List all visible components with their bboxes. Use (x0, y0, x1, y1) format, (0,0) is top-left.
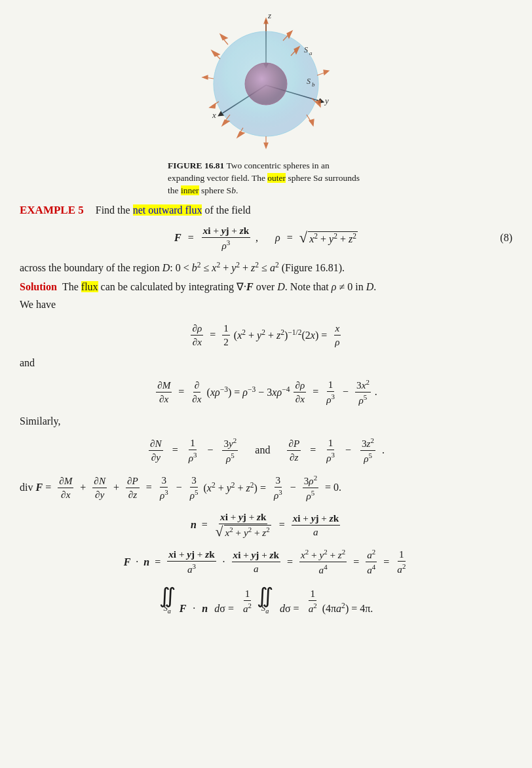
and-text: and (20, 357, 512, 369)
svg-marker-35 (210, 104, 216, 108)
svg-text:S: S (307, 77, 311, 86)
equation-8: F = xi + yj + zk ρ3 , ρ = √ x2 + y2 + z2… (20, 225, 512, 252)
example-label: EXAMPLE 5 (20, 204, 84, 217)
eq-partial-M-x: ∂M ∂x = ∂ ∂x (xρ−3) = ρ−3 − 3xρ−4 ∂ρ ∂x … (20, 378, 512, 406)
example-text: Find the net outward flux of the field (96, 204, 251, 216)
svg-marker-33 (237, 132, 244, 138)
svg-marker-27 (220, 34, 227, 40)
svg-marker-37 (212, 50, 219, 56)
eq-partial-N-P: ∂N ∂y = 1 ρ3 − 3y2 ρ5 and ∂P ∂z = 1 ρ3 −… (20, 436, 512, 465)
figure-container: z y x S a S (20, 7, 512, 197)
svg-text:b: b (312, 81, 315, 88)
svg-text:S: S (304, 45, 308, 54)
svg-marker-25 (202, 75, 208, 79)
eq-double-integral: ∬ Sa F · n dσ = 1 a2 ∬ Sa dσ = 1 a2 (4πa… (20, 585, 512, 615)
svg-text:z: z (267, 10, 271, 20)
solution-text: The flux can be calculated by integratin… (62, 280, 376, 293)
svg-marker-17 (324, 70, 329, 75)
figure-image: z y x S a S (181, 7, 351, 157)
svg-marker-21 (264, 143, 268, 148)
svg-point-7 (245, 63, 287, 105)
eq-normal: n = xi + yj + zk √ x2 + y2 + z2 = xi + y… (20, 511, 512, 539)
we-have: We have (20, 297, 512, 313)
example-header: EXAMPLE 5 Find the net outward flux of t… (20, 204, 512, 217)
solution-label: Solution (20, 281, 57, 293)
svg-text:x: x (212, 110, 216, 120)
equation-number: (8) (500, 232, 512, 244)
similarly-text: Similarly, (20, 415, 512, 427)
figure-label: FIGURE 16.81 (168, 161, 224, 170)
figure-caption: FIGURE 16.81 Two concentric spheres in a… (168, 160, 364, 197)
eq-divF: div F = ∂M ∂x + ∂N ∂y + ∂P ∂z = 3 ρ3 − 3… (20, 474, 512, 502)
svg-text:a: a (309, 50, 313, 56)
svg-text:y: y (324, 96, 329, 106)
eq-partial-rho-x: ∂ρ ∂x = 1 2 (x2 + y2 + z2)−1/2(2x) = x ρ (20, 322, 512, 348)
eq-F-dot-n: F · n = xi + yj + zk a3 · xi + yj + zk a… (20, 548, 512, 576)
svg-marker-23 (222, 120, 229, 126)
boundary-text: across the boundary of the region D: 0 <… (20, 259, 512, 277)
svg-marker-31 (316, 100, 320, 107)
svg-marker-19 (309, 119, 314, 126)
solution-line: Solution The flux can be calculated by i… (20, 280, 512, 293)
